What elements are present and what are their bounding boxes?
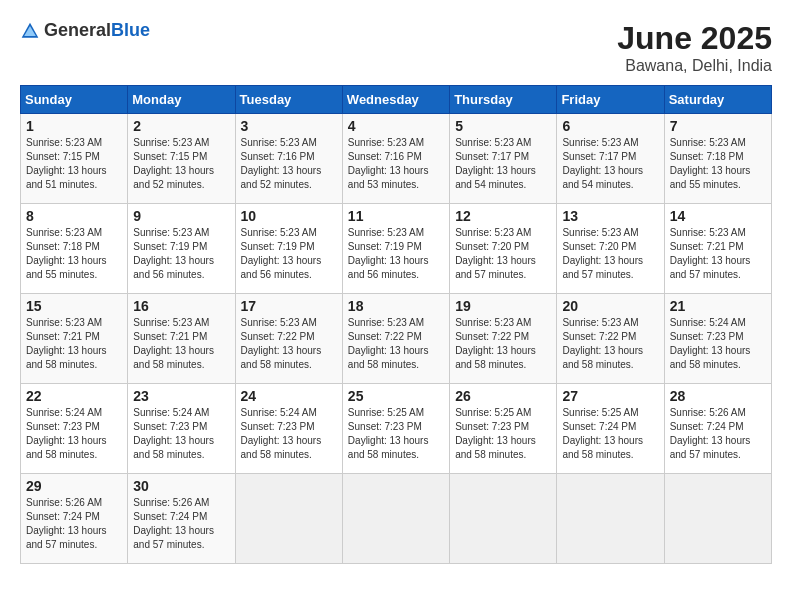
day-cell-17: 17 Sunrise: 5:23 AMSunset: 7:22 PMDaylig…	[235, 294, 342, 384]
day-cell-3: 3 Sunrise: 5:23 AMSunset: 7:16 PMDayligh…	[235, 114, 342, 204]
week-row-2: 8 Sunrise: 5:23 AMSunset: 7:18 PMDayligh…	[21, 204, 772, 294]
page-header: GeneralBlue June 2025 Bawana, Delhi, Ind…	[20, 20, 772, 75]
day-cell-12: 12 Sunrise: 5:23 AMSunset: 7:20 PMDaylig…	[450, 204, 557, 294]
empty-cell-3	[450, 474, 557, 564]
month-title: June 2025	[617, 20, 772, 57]
day-cell-14: 14 Sunrise: 5:23 AMSunset: 7:21 PMDaylig…	[664, 204, 771, 294]
week-row-5: 29 Sunrise: 5:26 AMSunset: 7:24 PMDaylig…	[21, 474, 772, 564]
day-cell-10: 10 Sunrise: 5:23 AMSunset: 7:19 PMDaylig…	[235, 204, 342, 294]
day-cell-22: 22 Sunrise: 5:24 AMSunset: 7:23 PMDaylig…	[21, 384, 128, 474]
empty-cell-4	[557, 474, 664, 564]
day-cell-11: 11 Sunrise: 5:23 AMSunset: 7:19 PMDaylig…	[342, 204, 449, 294]
day-cell-6: 6 Sunrise: 5:23 AMSunset: 7:17 PMDayligh…	[557, 114, 664, 204]
day-cell-21: 21 Sunrise: 5:24 AMSunset: 7:23 PMDaylig…	[664, 294, 771, 384]
day-cell-25: 25 Sunrise: 5:25 AMSunset: 7:23 PMDaylig…	[342, 384, 449, 474]
day-cell-2: 2 Sunrise: 5:23 AMSunset: 7:15 PMDayligh…	[128, 114, 235, 204]
logo-icon	[20, 21, 40, 41]
empty-cell-5	[664, 474, 771, 564]
day-cell-5: 5 Sunrise: 5:23 AMSunset: 7:17 PMDayligh…	[450, 114, 557, 204]
empty-cell-2	[342, 474, 449, 564]
day-cell-29: 29 Sunrise: 5:26 AMSunset: 7:24 PMDaylig…	[21, 474, 128, 564]
title-area: June 2025 Bawana, Delhi, India	[617, 20, 772, 75]
header-monday: Monday	[128, 86, 235, 114]
week-row-3: 15 Sunrise: 5:23 AMSunset: 7:21 PMDaylig…	[21, 294, 772, 384]
day-cell-24: 24 Sunrise: 5:24 AMSunset: 7:23 PMDaylig…	[235, 384, 342, 474]
day-cell-18: 18 Sunrise: 5:23 AMSunset: 7:22 PMDaylig…	[342, 294, 449, 384]
location-title: Bawana, Delhi, India	[617, 57, 772, 75]
day-cell-4: 4 Sunrise: 5:23 AMSunset: 7:16 PMDayligh…	[342, 114, 449, 204]
day-cell-7: 7 Sunrise: 5:23 AMSunset: 7:18 PMDayligh…	[664, 114, 771, 204]
day-cell-9: 9 Sunrise: 5:23 AMSunset: 7:19 PMDayligh…	[128, 204, 235, 294]
day-cell-16: 16 Sunrise: 5:23 AMSunset: 7:21 PMDaylig…	[128, 294, 235, 384]
header-friday: Friday	[557, 86, 664, 114]
weekday-header-row: Sunday Monday Tuesday Wednesday Thursday…	[21, 86, 772, 114]
day-cell-26: 26 Sunrise: 5:25 AMSunset: 7:23 PMDaylig…	[450, 384, 557, 474]
header-wednesday: Wednesday	[342, 86, 449, 114]
logo: GeneralBlue	[20, 20, 150, 41]
day-cell-20: 20 Sunrise: 5:23 AMSunset: 7:22 PMDaylig…	[557, 294, 664, 384]
day-cell-30: 30 Sunrise: 5:26 AMSunset: 7:24 PMDaylig…	[128, 474, 235, 564]
day-cell-23: 23 Sunrise: 5:24 AMSunset: 7:23 PMDaylig…	[128, 384, 235, 474]
header-tuesday: Tuesday	[235, 86, 342, 114]
header-sunday: Sunday	[21, 86, 128, 114]
day-cell-27: 27 Sunrise: 5:25 AMSunset: 7:24 PMDaylig…	[557, 384, 664, 474]
day-cell-13: 13 Sunrise: 5:23 AMSunset: 7:20 PMDaylig…	[557, 204, 664, 294]
day-cell-15: 15 Sunrise: 5:23 AMSunset: 7:21 PMDaylig…	[21, 294, 128, 384]
header-saturday: Saturday	[664, 86, 771, 114]
week-row-4: 22 Sunrise: 5:24 AMSunset: 7:23 PMDaylig…	[21, 384, 772, 474]
day-cell-8: 8 Sunrise: 5:23 AMSunset: 7:18 PMDayligh…	[21, 204, 128, 294]
empty-cell-1	[235, 474, 342, 564]
day-cell-1: 1 Sunrise: 5:23 AMSunset: 7:15 PMDayligh…	[21, 114, 128, 204]
week-row-1: 1 Sunrise: 5:23 AMSunset: 7:15 PMDayligh…	[21, 114, 772, 204]
day-cell-28: 28 Sunrise: 5:26 AMSunset: 7:24 PMDaylig…	[664, 384, 771, 474]
logo-text: GeneralBlue	[44, 20, 150, 41]
day-cell-19: 19 Sunrise: 5:23 AMSunset: 7:22 PMDaylig…	[450, 294, 557, 384]
calendar-table: Sunday Monday Tuesday Wednesday Thursday…	[20, 85, 772, 564]
header-thursday: Thursday	[450, 86, 557, 114]
